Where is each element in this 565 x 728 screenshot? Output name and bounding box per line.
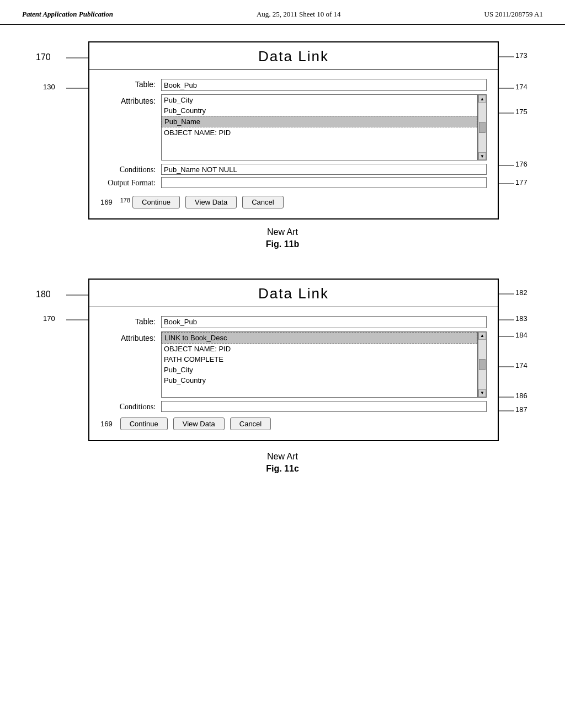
fig11c-dialog-body: Table: Book_Pub Attributes: LINK to Book… bbox=[89, 312, 498, 440]
fig11b-table-label: Table: bbox=[100, 79, 161, 89]
fig11c-table-field[interactable]: Book_Pub bbox=[161, 316, 487, 328]
fig11b-ref-175: 175 bbox=[515, 108, 527, 116]
fig11b-dialog-area: Data Link Table: Book_Pub Attributes bbox=[88, 41, 499, 220]
fig11b-ref-176: 176 bbox=[515, 160, 527, 168]
fig11c-listbox-wrapper: LINK to Book_Desc OBJECT NAME: PID PATH … bbox=[161, 331, 487, 398]
fig11b-table-row: Table: Book_Pub bbox=[100, 79, 487, 91]
fig11c-ref-183: 183 bbox=[515, 314, 527, 323]
fig11c-ref-186: 186 bbox=[515, 392, 527, 400]
fig11c-viewdata-button[interactable]: View Data bbox=[173, 417, 225, 430]
fig11c-attributes-label: Attributes: bbox=[100, 331, 161, 342]
scroll-thumb[interactable] bbox=[479, 359, 486, 370]
fig11c-ref-184: 184 bbox=[515, 331, 527, 339]
fig11c-dialog-area: Data Link Table: Book_Pub Attributes bbox=[88, 279, 499, 441]
figure-11c-wrapper: 180 170 Data Link Table: Book_Pub bbox=[33, 279, 532, 444]
fig11b-ref-173: 173 bbox=[515, 51, 527, 60]
fig11c-conditions-row: Conditions: bbox=[100, 401, 487, 412]
fig11c-ref-170: 170 bbox=[43, 314, 55, 323]
fig11c-table-value: Book_Pub bbox=[164, 318, 197, 326]
fig11b-attributes-row: Attributes: Pub_City Pub_Country Pub_Nam… bbox=[100, 94, 487, 160]
fig11c-attributes-row: Attributes: LINK to Book_Desc OBJECT NAM… bbox=[100, 331, 487, 398]
fig11c-caption-line2: Fig. 11c bbox=[33, 463, 532, 475]
fig11c-ref-180: 180 bbox=[36, 290, 51, 299]
fig11c-table-row: Table: Book_Pub bbox=[100, 316, 487, 328]
fig11c-right-labels: 182 183 184 174 186 187 bbox=[499, 279, 532, 444]
fig11b-conditions-row: Conditions: bbox=[100, 164, 487, 175]
fig11c-dialog-title: Data Link bbox=[89, 280, 498, 307]
fig11b-cancel-button[interactable]: Cancel bbox=[242, 196, 283, 208]
fig11c-ref-169-inline: 169 bbox=[100, 420, 113, 428]
fig11b-continue-button[interactable]: Continue bbox=[132, 196, 180, 208]
list-item[interactable]: Pub_Country bbox=[162, 375, 477, 386]
list-item[interactable]: OBJECT NAME: PID bbox=[162, 127, 477, 138]
list-item[interactable]: Pub_City bbox=[162, 95, 477, 105]
list-item[interactable]: Pub_Country bbox=[162, 105, 477, 116]
scroll-down-arrow[interactable]: ▼ bbox=[478, 389, 486, 397]
fig11c-ref-187: 187 bbox=[515, 405, 527, 414]
fig11b-listbox[interactable]: Pub_City Pub_Country Pub_Name OBJECT NAM… bbox=[161, 94, 478, 160]
scroll-down-arrow[interactable]: ▼ bbox=[478, 152, 486, 160]
header-sheet-info: Aug. 25, 2011 Sheet 10 of 14 bbox=[257, 10, 341, 19]
fig11c-left-labels: 180 170 bbox=[33, 279, 88, 444]
fig11b-buttons-row: 169 178 Continue View Data Cancel bbox=[100, 192, 487, 211]
fig11b-ref-174: 174 bbox=[515, 83, 527, 91]
header-publication-label: Patent Application Publication bbox=[22, 10, 113, 19]
fig11b-caption: New Art Fig. 11b bbox=[33, 226, 532, 251]
fig11b-output-label: Output Format: bbox=[100, 178, 161, 188]
fig11c-caption-line1: New Art bbox=[33, 451, 532, 463]
fig11b-output-field[interactable] bbox=[161, 177, 487, 188]
fig11b-ref-130: 130 bbox=[43, 83, 55, 91]
fig11b-ref-169-inline: 169 bbox=[100, 198, 113, 206]
fig11c-cancel-button[interactable]: Cancel bbox=[230, 417, 271, 430]
fig11c-buttons-row: 169 Continue View Data Cancel bbox=[100, 414, 487, 432]
scroll-up-arrow[interactable]: ▲ bbox=[478, 95, 486, 103]
fig11c-ref-174: 174 bbox=[515, 361, 527, 370]
fig11b-conditions-input[interactable] bbox=[161, 164, 487, 175]
fig11b-left-labels: 170 130 bbox=[33, 41, 88, 207]
list-item-selected[interactable]: Pub_Name bbox=[162, 116, 477, 127]
fig11b-dialog: Data Link Table: Book_Pub Attributes bbox=[88, 41, 499, 220]
scroll-up-arrow[interactable]: ▲ bbox=[478, 332, 486, 340]
figure-11c-section: 180 170 Data Link Table: Book_Pub bbox=[33, 279, 532, 475]
fig11c-continue-button[interactable]: Continue bbox=[120, 417, 168, 430]
fig11b-right-labels: 173 174 175 176 177 bbox=[499, 41, 532, 207]
fig11c-conditions-input[interactable] bbox=[161, 401, 487, 412]
fig11b-attributes-label: Attributes: bbox=[100, 94, 161, 105]
main-content: 170 130 Data Link Table: Book_Pub bbox=[0, 25, 565, 503]
figure-11b-wrapper: 170 130 Data Link Table: Book_Pub bbox=[33, 41, 532, 220]
fig11c-connectors bbox=[33, 279, 88, 444]
fig11b-connectors bbox=[33, 41, 88, 207]
fig11b-conditions-label: Conditions: bbox=[100, 164, 161, 174]
fig11b-dialog-body: Table: Book_Pub Attributes: Pub_City bbox=[89, 74, 498, 218]
list-item[interactable]: OBJECT NAME: PID bbox=[162, 344, 477, 354]
fig11b-table-value: Book_Pub bbox=[164, 81, 197, 89]
fig11c-scrollbar[interactable]: ▲ ▼ bbox=[478, 331, 487, 398]
fig11b-table-field[interactable]: Book_Pub bbox=[161, 79, 487, 91]
fig11b-output-row: Output Format: bbox=[100, 177, 487, 188]
fig11c-listbox[interactable]: LINK to Book_Desc OBJECT NAME: PID PATH … bbox=[161, 331, 478, 398]
header-patent-number: US 2011/208759 A1 bbox=[484, 10, 543, 19]
figure-11b-section: 170 130 Data Link Table: Book_Pub bbox=[33, 41, 532, 251]
fig11c-dialog: Data Link Table: Book_Pub Attributes bbox=[88, 279, 499, 441]
fig11b-caption-line1: New Art bbox=[33, 226, 532, 238]
fig11b-caption-line2: Fig. 11b bbox=[33, 238, 532, 250]
fig11c-conditions-label: Conditions: bbox=[100, 402, 161, 411]
page-header: Patent Application Publication Aug. 25, … bbox=[0, 0, 565, 25]
fig11b-dialog-title: Data Link bbox=[89, 42, 498, 69]
fig11c-caption: New Art Fig. 11c bbox=[33, 451, 532, 475]
list-item-selected[interactable]: LINK to Book_Desc bbox=[162, 332, 477, 344]
fig11b-listbox-wrapper: Pub_City Pub_Country Pub_Name OBJECT NAM… bbox=[161, 94, 487, 160]
fig11b-ref-170: 170 bbox=[36, 52, 51, 62]
scroll-thumb[interactable] bbox=[479, 122, 486, 133]
fig11c-table-label: Table: bbox=[100, 316, 161, 326]
list-item[interactable]: Pub_City bbox=[162, 365, 477, 375]
fig11b-ref-177: 177 bbox=[515, 178, 527, 186]
fig11b-scrollbar[interactable]: ▲ ▼ bbox=[478, 94, 487, 160]
fig11b-viewdata-button[interactable]: View Data bbox=[185, 196, 237, 208]
fig11c-ref-182: 182 bbox=[515, 288, 527, 297]
list-item[interactable]: PATH COMPLETE bbox=[162, 354, 477, 365]
fig11b-ref-178-inline: 178 bbox=[120, 197, 130, 204]
